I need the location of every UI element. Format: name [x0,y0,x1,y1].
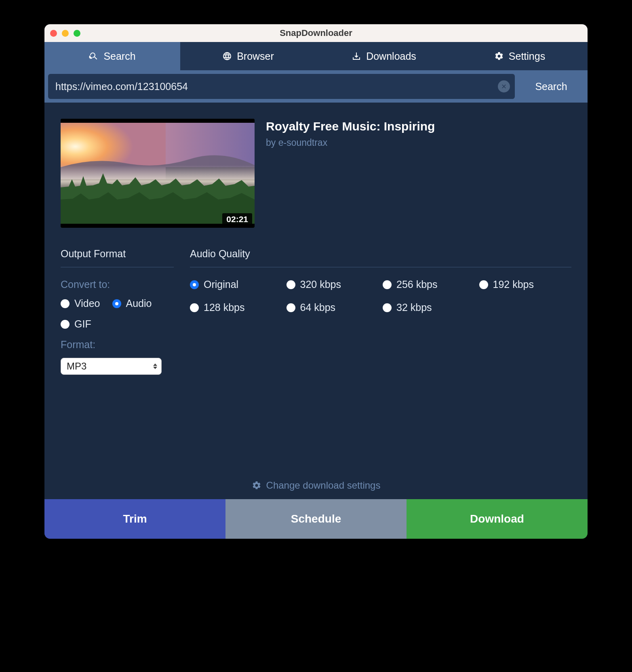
radio-icon [112,299,121,308]
convert-to-row-1: Video Audio [61,298,174,309]
download-icon [352,51,361,61]
output-format-title: Output Format [61,248,174,267]
window-maximize-button[interactable] [74,30,80,37]
video-author: by e-soundtrax [266,137,435,148]
radio-quality-128[interactable]: 128 kbps [190,302,282,313]
tab-settings-label: Settings [509,50,545,62]
schedule-button-label: Schedule [291,512,341,525]
radio-quality-label: 128 kbps [204,302,244,313]
audio-quality-title: Audio Quality [190,248,571,267]
svg-rect-0 [61,119,255,123]
radio-icon [190,280,199,289]
radio-icon [479,280,488,289]
convert-to-row-2: GIF [61,318,174,330]
window-close-button[interactable] [50,30,57,37]
titlebar: SnapDownloader [44,24,588,42]
radio-icon [61,320,70,329]
radio-gif[interactable]: GIF [61,318,91,330]
gear-icon [252,481,261,490]
video-thumbnail[interactable]: 02:21 [61,119,255,228]
video-title: Royalty Free Music: Inspiring [266,120,435,133]
radio-quality-label: 64 kbps [300,302,336,313]
radio-audio-label: Audio [126,298,152,309]
radio-icon [61,299,70,308]
radio-quality-320[interactable]: 320 kbps [287,279,379,290]
output-format-panel: Output Format Convert to: Video Audio [61,248,174,375]
tab-search-label: Search [103,50,135,62]
audio-quality-options: Original 320 kbps 256 kbps 192 kbps [190,279,571,313]
url-input-container [48,74,515,99]
radio-icon [287,280,295,289]
search-button[interactable]: Search [515,74,588,99]
change-download-settings-link[interactable]: Change download settings [61,480,571,491]
trim-button[interactable]: Trim [44,499,225,539]
options-panels: Output Format Convert to: Video Audio [61,248,571,375]
search-icon [89,51,99,61]
tab-browser-label: Browser [237,50,274,62]
video-meta: Royalty Free Music: Inspiring by e-sound… [266,119,435,228]
search-button-label: Search [535,81,567,92]
main-tabs: Search Browser Downloads Settings [44,42,588,70]
main-content: 02:21 Royalty Free Music: Inspiring by e… [44,103,588,499]
radio-quality-32[interactable]: 32 kbps [383,302,475,313]
format-label: Format: [61,339,174,351]
globe-icon [222,51,232,61]
radio-quality-label: 320 kbps [300,279,341,290]
radio-audio[interactable]: Audio [112,298,152,309]
video-header: 02:21 Royalty Free Music: Inspiring by e… [61,119,571,228]
radio-gif-label: GIF [74,318,91,330]
url-input[interactable] [55,81,498,92]
radio-icon [190,303,199,312]
tab-browser[interactable]: Browser [180,42,316,70]
format-select-value: MP3 [67,361,86,372]
radio-video[interactable]: Video [61,298,100,309]
radio-quality-64[interactable]: 64 kbps [287,302,379,313]
trim-button-label: Trim [123,512,147,525]
tab-downloads[interactable]: Downloads [316,42,452,70]
window-minimize-button[interactable] [62,30,69,37]
audio-quality-panel: Audio Quality Original 320 kbps 256 kbps [190,248,571,375]
download-button-label: Download [470,512,524,525]
download-button[interactable]: Download [407,499,588,539]
thumbnail-image [61,119,255,228]
close-icon [501,83,507,90]
convert-to-label: Convert to: [61,279,174,290]
radio-icon [383,303,392,312]
radio-quality-original[interactable]: Original [190,279,282,290]
radio-icon [287,303,295,312]
updown-caret-icon [153,363,157,369]
radio-quality-256[interactable]: 256 kbps [383,279,475,290]
clear-input-button[interactable] [498,80,510,92]
radio-icon [383,280,392,289]
radio-quality-label: 256 kbps [396,279,437,290]
radio-quality-label: Original [204,279,238,290]
window-controls [50,30,80,37]
radio-quality-label: 32 kbps [396,302,432,313]
schedule-button[interactable]: Schedule [225,499,407,539]
radio-quality-192[interactable]: 192 kbps [479,279,572,290]
action-bar: Trim Schedule Download [44,499,588,539]
radio-video-label: Video [74,298,100,309]
format-select[interactable]: MP3 [61,358,162,375]
tab-downloads-label: Downloads [366,50,416,62]
app-window: SnapDownloader Search Browser Downloads … [44,24,588,539]
change-download-settings-label: Change download settings [266,480,381,491]
gear-icon [494,51,504,61]
tab-search[interactable]: Search [44,42,180,70]
radio-quality-label: 192 kbps [493,279,534,290]
tab-settings[interactable]: Settings [452,42,588,70]
window-title: SnapDownloader [44,28,588,38]
search-bar: Search [44,70,588,103]
video-duration: 02:21 [222,213,252,225]
